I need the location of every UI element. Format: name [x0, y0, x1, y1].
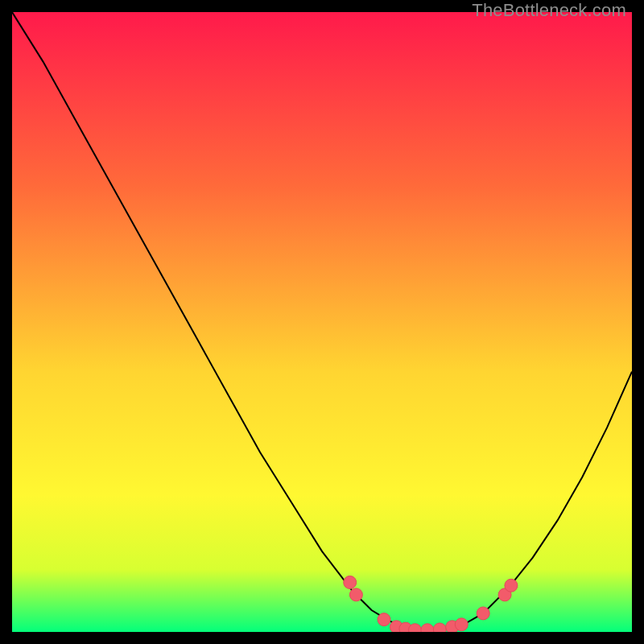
curve-marker [344, 576, 357, 588]
curve-marker [455, 618, 468, 631]
curve-marker [505, 579, 518, 592]
curve-marker [378, 613, 390, 626]
curve-marker [433, 623, 446, 632]
chart-frame [12, 12, 632, 632]
watermark-text: TheBottleneck.com [472, 0, 626, 21]
chart-svg [12, 12, 632, 632]
curve-marker [477, 607, 489, 620]
curve-marker [349, 588, 362, 601]
gradient-background [12, 12, 632, 632]
